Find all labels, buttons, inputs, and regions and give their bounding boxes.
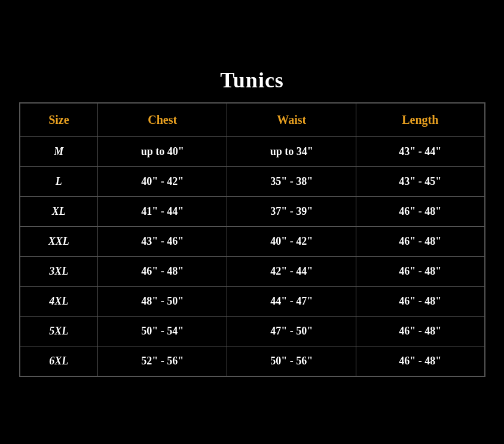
cell-waist: 35" - 38" xyxy=(227,166,356,196)
table-row: XXL43" - 46"40" - 42"46" - 48" xyxy=(20,226,485,256)
header-chest: Chest xyxy=(98,103,227,137)
cell-chest: 52" - 56" xyxy=(98,346,227,376)
cell-length: 46" - 48" xyxy=(356,316,485,346)
cell-size: 3XL xyxy=(20,256,98,286)
cell-waist: 50" - 56" xyxy=(227,346,356,376)
cell-chest: 41" - 44" xyxy=(98,196,227,226)
cell-chest: 50" - 54" xyxy=(98,316,227,346)
cell-chest: up to 40" xyxy=(98,136,227,166)
cell-chest: 48" - 50" xyxy=(98,286,227,316)
page-container: Tunics Size Chest Waist Length Mup to 40… xyxy=(7,56,497,389)
table-row: 4XL48" - 50"44" - 47"46" - 48" xyxy=(20,286,485,316)
table-row: L40" - 42"35" - 38"43" - 45" xyxy=(20,166,485,196)
cell-chest: 43" - 46" xyxy=(98,226,227,256)
cell-length: 46" - 48" xyxy=(356,256,485,286)
cell-length: 46" - 48" xyxy=(356,286,485,316)
table-row: 3XL46" - 48"42" - 44"46" - 48" xyxy=(20,256,485,286)
table-row: XL41" - 44"37" - 39"46" - 48" xyxy=(20,196,485,226)
cell-length: 46" - 48" xyxy=(356,196,485,226)
table-row: 5XL50" - 54"47" - 50"46" - 48" xyxy=(20,316,485,346)
cell-chest: 40" - 42" xyxy=(98,166,227,196)
cell-length: 46" - 48" xyxy=(356,346,485,376)
cell-waist: up to 34" xyxy=(227,136,356,166)
header-length: Length xyxy=(356,103,485,137)
cell-size: L xyxy=(20,166,98,196)
cell-waist: 44" - 47" xyxy=(227,286,356,316)
table-row: Mup to 40"up to 34"43" - 44" xyxy=(20,136,485,166)
cell-size: M xyxy=(20,136,98,166)
table-row: 6XL52" - 56"50" - 56"46" - 48" xyxy=(20,346,485,376)
cell-waist: 40" - 42" xyxy=(227,226,356,256)
table-header-row: Size Chest Waist Length xyxy=(20,103,485,137)
page-title: Tunics xyxy=(19,68,485,93)
cell-size: 5XL xyxy=(20,316,98,346)
cell-length: 43" - 45" xyxy=(356,166,485,196)
cell-size: XL xyxy=(20,196,98,226)
cell-size: XXL xyxy=(20,226,98,256)
cell-chest: 46" - 48" xyxy=(98,256,227,286)
cell-length: 46" - 48" xyxy=(356,226,485,256)
cell-size: 4XL xyxy=(20,286,98,316)
cell-waist: 42" - 44" xyxy=(227,256,356,286)
cell-waist: 47" - 50" xyxy=(227,316,356,346)
cell-length: 43" - 44" xyxy=(356,136,485,166)
cell-waist: 37" - 39" xyxy=(227,196,356,226)
size-table: Size Chest Waist Length Mup to 40"up to … xyxy=(19,102,485,377)
header-size: Size xyxy=(20,103,98,137)
cell-size: 6XL xyxy=(20,346,98,376)
header-waist: Waist xyxy=(227,103,356,137)
